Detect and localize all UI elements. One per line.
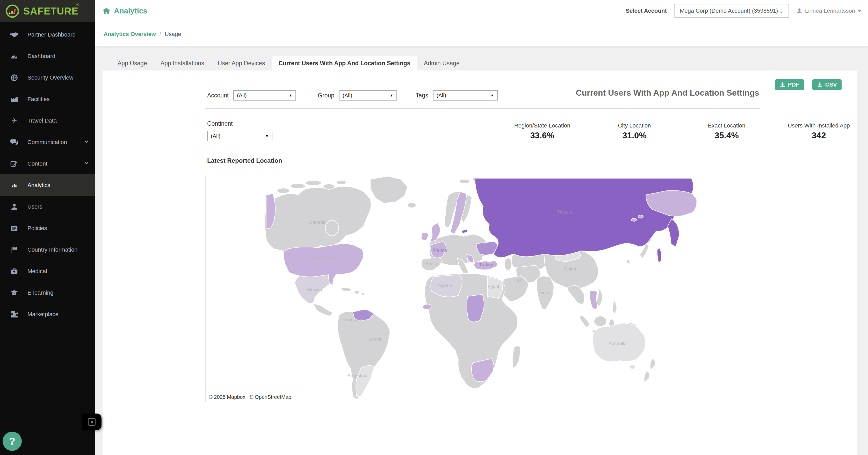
- sidebar-item-country-information[interactable]: Country Information: [0, 239, 95, 260]
- svg-text:Canada: Canada: [309, 220, 326, 225]
- sidebar-item-label: Dashboard: [27, 53, 55, 60]
- stats-row: Region/State Location33.6% City Location…: [496, 122, 865, 140]
- sidebar-item-facilities[interactable]: Facilities: [0, 88, 95, 110]
- svg-text:Mexico: Mexico: [307, 287, 322, 292]
- download-csv-button[interactable]: CSV: [812, 79, 842, 90]
- account-filter-select[interactable]: (All)▼: [233, 90, 296, 101]
- user-icon: [796, 8, 803, 14]
- group-filter-label: Group: [318, 92, 334, 99]
- osm-attribution-link[interactable]: © OpenStreetMap: [250, 394, 291, 400]
- factory-icon: [10, 95, 18, 103]
- svg-text:Spain: Spain: [425, 261, 437, 266]
- svg-text:Russia: Russia: [558, 209, 572, 215]
- sidebar-item-label: Medical: [27, 268, 47, 275]
- flag-icon: [10, 246, 18, 254]
- svg-text:India: India: [539, 290, 550, 295]
- mapbox-attribution-link[interactable]: © 2025 Mapbox: [209, 394, 246, 400]
- header-app-title: Analytics: [114, 7, 147, 15]
- tab-admin-usage[interactable]: Admin Usage: [417, 56, 466, 70]
- sidebar-item-elearning[interactable]: E-learning: [0, 282, 95, 304]
- breadcrumb-analytics-overview[interactable]: Analytics Overview: [103, 31, 156, 37]
- medkit-icon: [10, 267, 18, 275]
- continent-filter: Continent (All)▼: [207, 120, 272, 141]
- sidebar-item-marketplace[interactable]: Marketplace: [0, 304, 95, 325]
- caret-down-icon: [858, 9, 862, 12]
- account-select-value: Mega Corp (Demo Account) (3598591): [679, 7, 779, 14]
- sidebar-item-content[interactable]: Content: [0, 153, 95, 174]
- sidebar-item-users[interactable]: Users: [0, 196, 95, 218]
- svg-text:Egypt: Egypt: [487, 284, 499, 289]
- comments-icon: [10, 138, 18, 146]
- dropdown-arrow-icon: ▼: [390, 93, 393, 97]
- map-attribution: © 2025 Mapbox © OpenStreetMap: [207, 394, 293, 401]
- tab-app-installations[interactable]: App Installations: [154, 56, 211, 70]
- top-header: Analytics Select Account Mega Corp (Demo…: [95, 0, 868, 22]
- tab-app-usage[interactable]: App Usage: [111, 56, 154, 70]
- collapse-left-icon: ◄: [88, 418, 96, 426]
- edit-icon: [10, 160, 18, 168]
- map-section-title: Latest Reported Location: [207, 157, 282, 164]
- user-menu[interactable]: Linnea Lennartsson: [796, 7, 862, 14]
- tab-bar: App Usage App Installations User App Dev…: [111, 56, 466, 71]
- user-icon: [10, 203, 18, 211]
- home-icon: [102, 7, 110, 15]
- sidebar-item-label: Country Information: [27, 247, 78, 253]
- dropdown-arrow-icon: ▼: [289, 93, 292, 97]
- sidebar-item-label: Facilities: [27, 96, 50, 103]
- account-select[interactable]: Mega Corp (Demo Account) (3598591) ⌄: [674, 4, 789, 18]
- sidebar-item-dashboard[interactable]: Dashboard: [0, 45, 95, 67]
- header-analytics-link[interactable]: Analytics: [102, 7, 147, 15]
- sidebar-item-partner-dashboard[interactable]: Partner Dashboard: [0, 24, 95, 45]
- help-button[interactable]: ?: [3, 432, 22, 451]
- chevron-down-icon: ⌄: [779, 7, 784, 15]
- stat-city-location: City Location31.0%: [588, 122, 681, 140]
- logo[interactable]: SAFETURE®: [0, 0, 95, 22]
- download-pdf-button[interactable]: PDF: [775, 79, 804, 90]
- safeture-logo-icon: [5, 4, 20, 19]
- sidebar-item-security-overview[interactable]: Security Overview: [0, 67, 95, 88]
- sidebar-item-label: Partner Dashboard: [27, 31, 75, 38]
- download-icon: [817, 82, 823, 88]
- sidebar-item-label: Communication: [27, 139, 67, 146]
- puzzle-icon: [10, 310, 18, 318]
- sidebar-item-communication[interactable]: Communication: [0, 131, 95, 153]
- aleutian-islands: [638, 215, 643, 218]
- breadcrumb: Analytics Overview / Usage: [95, 22, 868, 47]
- sidebar-item-label: Policies: [27, 225, 47, 232]
- sidebar-item-label: Travel Data: [27, 117, 57, 124]
- continent-filter-label: Continent: [207, 120, 272, 127]
- tachometer-icon: [10, 52, 18, 60]
- graduation-cap-icon: [10, 289, 18, 297]
- sidebar-item-label: Content: [27, 161, 48, 167]
- breadcrumb-current: Usage: [165, 31, 181, 37]
- tab-user-app-devices[interactable]: User App Devices: [211, 56, 272, 70]
- chevron-down-icon: [84, 161, 89, 167]
- group-filter-select[interactable]: (All)▼: [339, 90, 397, 101]
- sidebar-item-label: Marketplace: [27, 311, 59, 318]
- continent-filter-select[interactable]: (All)▼: [207, 131, 272, 141]
- svg-text:Iran: Iran: [514, 278, 522, 283]
- question-mark-icon: ?: [9, 436, 15, 447]
- svg-text:Algeria: Algeria: [438, 283, 453, 288]
- sidebar-item-policies[interactable]: Policies: [0, 218, 95, 239]
- tab-content-panel: PDF CSV Account (All)▼ Group (All)▼ Tags…: [102, 70, 857, 455]
- black-sea: [482, 254, 497, 262]
- account-filter-label: Account: [207, 92, 229, 99]
- svg-text:Australia: Australia: [609, 341, 627, 346]
- svg-text:France: France: [432, 248, 447, 253]
- header-right: Select Account Mega Corp (Demo Account) …: [626, 4, 868, 18]
- sidebar-item-label: E-learning: [27, 289, 53, 296]
- list-icon: [10, 224, 18, 232]
- sidebar-item-label: Users: [27, 203, 42, 210]
- dropdown-arrow-icon: ▼: [265, 134, 269, 138]
- download-buttons: PDF CSV: [775, 79, 842, 90]
- country-ireland: [421, 232, 428, 240]
- sidebar-item-travel-data[interactable]: ✈ Travel Data: [0, 110, 95, 131]
- sidebar-item-analytics[interactable]: Analytics: [0, 174, 95, 196]
- tab-current-users[interactable]: Current Users With App And Location Sett…: [272, 56, 417, 71]
- handshake-icon: [10, 31, 18, 38]
- world-map[interactable]: Canada United States Mexico Colombia Bra…: [205, 176, 760, 402]
- sidebar-collapse-button[interactable]: ◄: [82, 414, 101, 430]
- sidebar-item-medical[interactable]: Medical: [0, 260, 95, 282]
- sidebar-nav: Partner Dashboard Dashboard Security Ove…: [0, 24, 95, 325]
